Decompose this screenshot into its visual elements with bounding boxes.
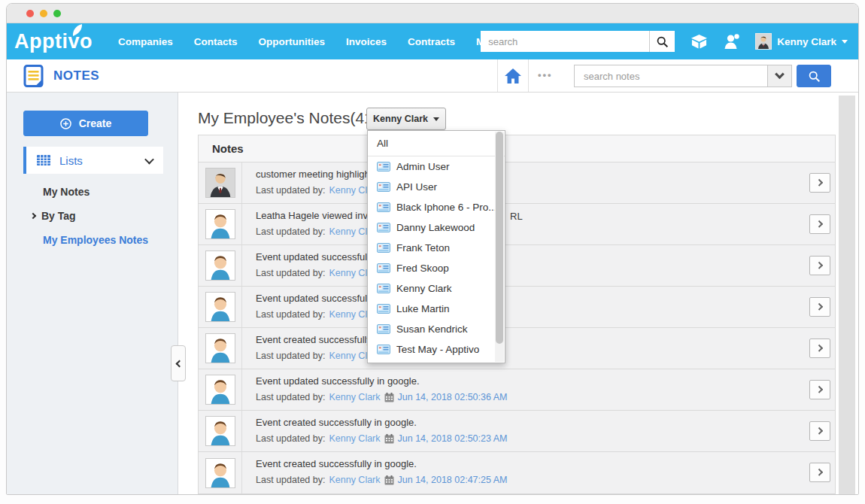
- sidebar-item-my-notes[interactable]: My Notes: [43, 186, 90, 198]
- notes-search-input[interactable]: [575, 65, 767, 87]
- contact-card-icon: [377, 223, 390, 232]
- close-window-button[interactable]: [26, 10, 34, 17]
- notes-search-button[interactable]: [797, 65, 831, 87]
- updated-by-link[interactable]: Kenny Clark: [329, 392, 380, 402]
- sidebar-lists[interactable]: Lists: [23, 147, 163, 174]
- table-row[interactable]: Leatha Hagele viewed invoice Last update…: [199, 204, 835, 245]
- global-search-button[interactable]: [649, 31, 675, 52]
- dropdown-item[interactable]: Kenny Clark: [368, 278, 505, 299]
- create-label: Create: [79, 117, 112, 129]
- open-note-button[interactable]: [809, 421, 830, 441]
- table-row[interactable]: Event created successfully in google. La…: [199, 452, 835, 493]
- nav-item-contracts[interactable]: Contracts: [399, 30, 464, 53]
- people-button[interactable]: [724, 33, 740, 50]
- leaf-icon: [71, 23, 85, 36]
- updated-by-link[interactable]: Kenny Clark: [329, 475, 380, 485]
- chevron-right-icon: [815, 302, 823, 310]
- dropdown-item-label: Susan Kendrick: [396, 323, 468, 335]
- dropdown-item[interactable]: API User: [368, 177, 505, 197]
- open-note-button[interactable]: [809, 214, 830, 234]
- row-text: Event created successfully in google. La…: [242, 452, 835, 493]
- note-date-link[interactable]: Jun 14, 2018 02:50:36 AM: [398, 392, 508, 402]
- sidebar-collapse-handle[interactable]: [171, 345, 186, 381]
- open-note-button[interactable]: [809, 380, 830, 399]
- updated-by-link[interactable]: Kenny Clark: [329, 433, 380, 444]
- sidebar-item-my-employees-notes[interactable]: My Employees Notes: [43, 234, 148, 246]
- table-row[interactable]: Event created successfully in google. La…: [199, 411, 835, 452]
- app-title: NOTES: [53, 68, 99, 83]
- person-icon: [724, 33, 740, 50]
- note-title: Event updated successfully in google.: [256, 293, 835, 304]
- nav-item-contacts[interactable]: Contacts: [185, 30, 247, 53]
- apptivo-logo[interactable]: Apptivo: [14, 30, 93, 53]
- chevron-right-icon: [815, 261, 823, 269]
- dropdown-item-all[interactable]: All: [368, 131, 505, 156]
- app-store-button[interactable]: [690, 33, 709, 50]
- open-note-button[interactable]: [809, 297, 830, 317]
- chevron-right-icon: [30, 213, 36, 219]
- table-row[interactable]: Event created successfully in google. La…: [199, 328, 835, 369]
- calendar-icon: [384, 393, 394, 402]
- open-note-button[interactable]: [809, 256, 830, 275]
- content-scrollbar[interactable]: [839, 96, 855, 494]
- user-name: Kenny Clark: [777, 36, 836, 47]
- contact-card-icon: [377, 243, 390, 253]
- user-menu[interactable]: Kenny Clark: [755, 33, 848, 50]
- dropdown-item[interactable]: Admin User: [368, 156, 505, 177]
- zoom-window-button[interactable]: [53, 10, 61, 17]
- nav-item-opportunities[interactable]: Opportunities: [250, 30, 335, 53]
- table-row[interactable]: customer meeting highlights Last updated…: [199, 162, 835, 204]
- dropdown-item[interactable]: Luke Martin: [368, 299, 505, 319]
- sidebar: Create Lists My Notes By Tag My Employee…: [7, 93, 178, 495]
- chevron-down-icon: [842, 40, 848, 44]
- search-icon: [656, 35, 669, 48]
- table-header: Notes: [199, 135, 835, 162]
- home-button[interactable]: [497, 59, 529, 92]
- chevron-down-icon[interactable]: [144, 154, 154, 164]
- avatar: [205, 168, 235, 198]
- dropdown-item-label: Fred Skoop: [396, 263, 449, 274]
- global-search-input[interactable]: [481, 31, 649, 52]
- dropdown-item[interactable]: Danny Lakewood: [368, 217, 505, 238]
- chevron-right-icon: [815, 468, 823, 475]
- updated-by-label: Last updated by:: [256, 351, 325, 361]
- note-date-link[interactable]: Jun 14, 2018 02:50:23 AM: [398, 433, 508, 444]
- dropdown-item[interactable]: Fred Skoop: [368, 258, 505, 278]
- dropdown-item[interactable]: Frank Teton: [368, 238, 505, 258]
- table-row[interactable]: Event updated successfully in google. La…: [199, 287, 835, 328]
- note-date-link[interactable]: Jun 14, 2018 02:47:25 AM: [398, 475, 508, 485]
- global-search: [481, 31, 675, 52]
- contact-card-icon: [377, 263, 390, 273]
- dropdown-scrollbar-thumb[interactable]: [496, 132, 503, 344]
- employee-filter-button[interactable]: Kenny Clark: [366, 108, 446, 130]
- note-title: Event created successfully in google.: [256, 334, 835, 345]
- dropdown-item[interactable]: Black Iphone 6 - Pro...: [368, 197, 505, 217]
- dropdown-scrollbar[interactable]: [495, 132, 504, 362]
- more-options-button[interactable]: •••: [538, 69, 553, 80]
- avatar-cell: [199, 162, 242, 203]
- employee-filter-label: Kenny Clark: [373, 114, 428, 124]
- open-note-button[interactable]: [809, 339, 830, 358]
- dropdown-item[interactable]: Susan Kendrick: [368, 319, 505, 339]
- minimize-window-button[interactable]: [40, 10, 47, 17]
- sidebar-item-by-tag[interactable]: By Tag: [31, 210, 76, 222]
- dropdown-item[interactable]: Test May - Apptivo: [368, 339, 505, 360]
- dropdown-item-label: Admin User: [396, 161, 450, 172]
- nav-item-invoices[interactable]: Invoices: [337, 30, 396, 53]
- row-text: Event created successfully in google. La…: [242, 328, 835, 369]
- contact-card-icon: [377, 304, 390, 314]
- dropdown-item-label: Frank Teton: [396, 242, 450, 254]
- open-note-button[interactable]: [809, 173, 830, 193]
- table-row[interactable]: Event updated successfully in google. La…: [199, 369, 835, 411]
- create-button[interactable]: Create: [23, 111, 148, 136]
- table-grid-icon: [37, 155, 50, 165]
- nav-item-companies[interactable]: Companies: [109, 30, 182, 53]
- contact-card-icon: [377, 324, 390, 334]
- avatar: [205, 250, 235, 281]
- table-row[interactable]: Event updated successfully in google. La…: [199, 245, 835, 287]
- note-title: Leatha Hagele viewed invoice: [256, 210, 835, 221]
- note-title: Event created successfully in google.: [256, 417, 835, 428]
- notes-search-options-button[interactable]: [767, 65, 791, 87]
- avatar-cell: [199, 204, 242, 244]
- open-note-button[interactable]: [809, 463, 830, 482]
